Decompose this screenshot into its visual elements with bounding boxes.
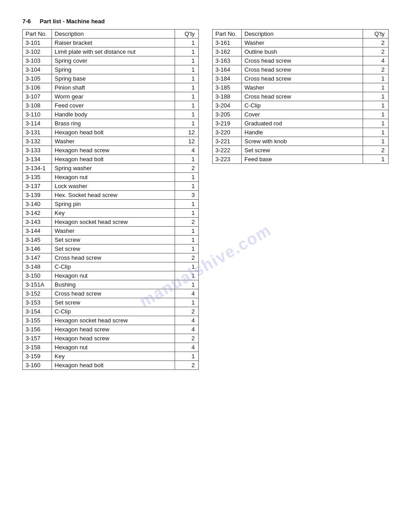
cell-partno: 3-102 [23,47,52,56]
cell-partno: 3-134-1 [23,164,52,173]
right-parts-table: Part No. Description Q'ty 3-161Washer23-… [212,29,389,164]
table-row: 3-155Hexagon socket head screw4 [23,316,199,325]
table-row: 3-143Hexagon socket head screw2 [23,218,199,227]
cell-description: C-Clip [52,307,175,316]
right-col-partno: Part No. [213,30,242,39]
cell-description: Spring base [52,74,175,83]
table-row: 3-103Spring cover1 [23,56,199,65]
cell-qty: 2 [175,334,198,343]
cell-qty: 1 [175,74,198,83]
cell-description: Hexagon head bolt [52,155,175,164]
cell-partno: 3-184 [213,74,242,83]
cell-description: Cross head screw [242,56,363,65]
cell-qty: 1 [363,74,389,83]
cell-qty: 1 [175,298,198,307]
cell-qty: 1 [175,119,198,128]
cell-qty: 3 [175,191,198,200]
cell-description: Handle body [52,110,175,119]
cell-qty: 1 [175,200,198,209]
cell-partno: 3-223 [213,155,242,164]
cell-partno: 3-148 [23,262,52,271]
cell-description: Washer [242,39,363,47]
cell-partno: 3-145 [23,236,52,245]
cell-partno: 3-140 [23,200,52,209]
table-row: 3-157Hexagon head screw2 [23,334,199,343]
cell-description: Washer [242,83,363,92]
table-row: 3-139Hex. Socket head screw3 [23,191,199,200]
cell-partno: 3-164 [213,65,242,74]
cell-description: Set screw [242,146,363,155]
cell-description: Hexagon head screw [52,334,175,343]
cell-description: Washer [52,227,175,236]
cell-qty: 12 [175,128,198,137]
cell-description: Cross head screw [52,253,175,262]
table-row: 3-110Handle body1 [23,110,199,119]
cell-partno: 3-160 [23,361,52,370]
page-title: Part list - Machine head [40,18,105,25]
cell-partno: 3-162 [213,47,242,56]
cell-description: C-Clip [52,262,175,271]
cell-partno: 3-143 [23,218,52,227]
cell-partno: 3-101 [23,39,52,47]
cell-description: Brass ring [52,119,175,128]
cell-description: Set screw [52,298,175,307]
table-row: 3-134Hexagon head bolt1 [23,155,199,164]
table-row: 3-152Cross head screw4 [23,289,199,298]
cell-qty: 1 [175,209,198,218]
cell-description: Lock washer [52,182,175,191]
left-col-partno: Part No. [23,30,52,39]
table-row: 3-105Spring base1 [23,74,199,83]
cell-description: Handle [242,128,363,137]
table-row: 3-133Hexagon head screw4 [23,146,199,155]
cell-qty: 1 [363,128,389,137]
table-row: 3-108Feed cover1 [23,101,199,110]
cell-partno: 3-163 [213,56,242,65]
cell-description: Key [52,352,175,361]
cell-partno: 3-220 [213,128,242,137]
cell-qty: 1 [363,92,389,101]
cell-qty: 2 [363,47,389,56]
cell-partno: 3-204 [213,101,242,110]
cell-description: Outline bush [242,47,363,56]
table-row: 3-106Pinion shaft1 [23,83,199,92]
cell-description: Set screw [52,236,175,245]
cell-partno: 3-137 [23,182,52,191]
table-row: 3-164Cross head screw2 [213,65,389,74]
right-col-desc: Description [242,30,363,39]
cell-description: Limit plate with set distance nut [52,47,175,56]
cell-partno: 3-156 [23,325,52,334]
cell-qty: 2 [175,164,198,173]
cell-qty: 4 [175,289,198,298]
cell-qty: 4 [175,325,198,334]
cell-qty: 1 [363,83,389,92]
table-row: 3-145Set screw1 [23,236,199,245]
right-col-qty: Q'ty [363,30,389,39]
cell-description: Feed base [242,155,363,164]
cell-partno: 3-108 [23,101,52,110]
cell-qty: 1 [175,155,198,164]
cell-qty: 1 [175,47,198,56]
table-row: 3-135Hexagon nut1 [23,173,199,182]
cell-partno: 3-103 [23,56,52,65]
cell-qty: 2 [175,253,198,262]
cell-qty: 1 [175,227,198,236]
table-row: 3-144Washer1 [23,227,199,236]
table-row: 3-159Key1 [23,352,199,361]
cell-partno: 3-155 [23,316,52,325]
cell-description: Hexagon nut [52,271,175,280]
cell-qty: 1 [363,119,389,128]
cell-partno: 3-158 [23,343,52,352]
cell-description: Hexagon socket head screw [52,218,175,227]
cell-description: C-Clip [242,101,363,110]
cell-partno: 3-104 [23,65,52,74]
cell-qty: 2 [175,218,198,227]
cell-description: Cover [242,110,363,119]
cell-qty: 12 [175,137,198,146]
cell-description: Feed cover [52,101,175,110]
cell-qty: 2 [363,65,389,74]
table-row: 3-146Set screw1 [23,245,199,253]
cell-description: Hexagon nut [52,173,175,182]
cell-qty: 1 [175,280,198,289]
cell-partno: 3-159 [23,352,52,361]
cell-description: Cross head screw [52,289,175,298]
